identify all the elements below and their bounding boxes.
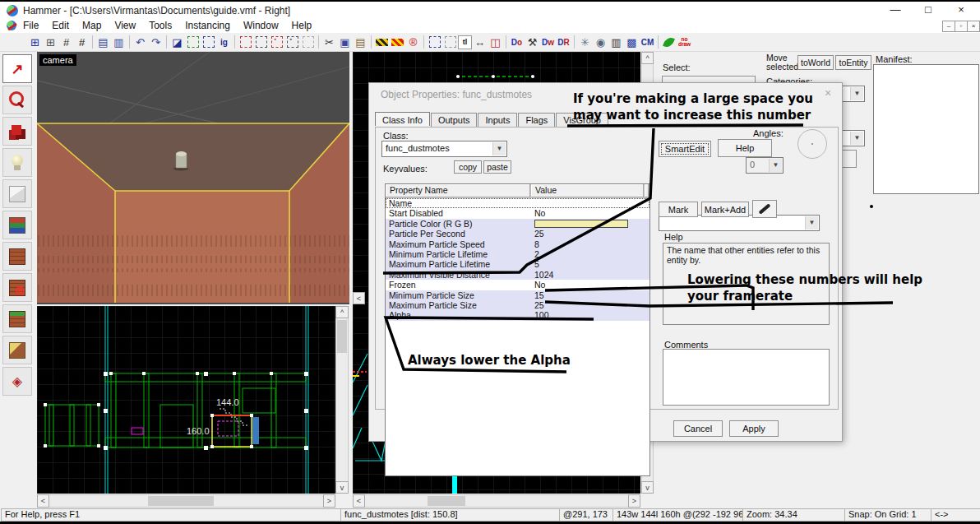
larger-grid-icon[interactable]: #	[74, 35, 90, 50]
color-swatch[interactable]	[534, 220, 628, 228]
ignore-groups-icon[interactable]: ig	[216, 35, 232, 50]
keyvalue-edit-dropdown[interactable]: ▼	[659, 215, 820, 231]
toggle-texture-tool[interactable]	[2, 211, 32, 239]
scroll-down-button[interactable]: v	[641, 481, 654, 494]
property-row-minimum-particle-lifetime[interactable]: Minimum Particle Lifetime2	[386, 249, 649, 259]
close-button[interactable]: ×	[945, 2, 977, 18]
2d-side-viewport[interactable]	[37, 306, 335, 494]
comments-box[interactable]	[663, 349, 830, 406]
angle-dial[interactable]	[797, 129, 827, 159]
decal-tool[interactable]	[2, 273, 32, 302]
scroll-up-button[interactable]: ^	[335, 306, 349, 318]
chevron-down-icon[interactable]: ▼	[492, 142, 506, 155]
camera-tool[interactable]	[2, 117, 32, 146]
cut-icon[interactable]: ✂	[321, 35, 337, 50]
display-wireframe-icon[interactable]: Dw	[540, 35, 556, 50]
toggle-selectby-icon[interactable]: ◪	[169, 35, 185, 50]
property-row-minimum-particle-size[interactable]: Minimum Particle Size15	[386, 290, 649, 300]
property-row-name[interactable]: Name	[386, 198, 649, 208]
nodraw-icon[interactable]: no draw	[677, 35, 692, 50]
property-row-particle-color-r-g-b-[interactable]: Particle Color (R G B)	[386, 219, 649, 229]
magnify-box-icon[interactable]	[442, 35, 458, 50]
tab-class-info[interactable]: Class Info	[375, 112, 430, 126]
display-render-icon[interactable]: DR	[556, 35, 571, 50]
property-row-maximum-visible-distance[interactable]: Maximum Visible Distance1024	[386, 270, 649, 280]
column-header-property[interactable]: Property Name	[386, 184, 531, 197]
carve-dark-icon[interactable]	[284, 35, 300, 50]
cancel-button[interactable]: Cancel	[673, 420, 723, 437]
menu-window[interactable]: Window	[237, 20, 285, 31]
paste-icon[interactable]: ▤	[353, 35, 368, 50]
smaller-grid-icon[interactable]: #	[58, 35, 74, 50]
chevron-down-ic n[interactable]: ▼	[769, 159, 782, 172]
3d-viewport[interactable]	[37, 52, 349, 304]
scroll-up-button[interactable]: ^	[641, 52, 654, 64]
dialog-close-icon[interactable]: ×	[820, 86, 836, 101]
group-dark-icon[interactable]	[253, 35, 269, 50]
clipping-tool[interactable]	[2, 336, 32, 364]
mark-button[interactable]: Mark	[659, 202, 698, 217]
scroll-thumb[interactable]	[337, 320, 347, 353]
to-entity-button[interactable]: toEntity	[835, 55, 871, 70]
horizontal-scrollbar[interactable]	[353, 494, 640, 508]
property-row-start-disabled[interactable]: Start DisabledNo	[386, 208, 649, 218]
menu-edit[interactable]: Edit	[45, 20, 76, 31]
cordon-icon[interactable]: CM	[640, 35, 655, 50]
scroll-thumb[interactable]	[428, 496, 465, 506]
group-cube-blue-icon[interactable]	[201, 35, 216, 50]
chevron-down-icon[interactable]: ▼	[805, 216, 818, 230]
apply-button[interactable]: Apply	[729, 420, 779, 437]
run-map-icon[interactable]: ®	[405, 35, 421, 50]
class-dropdown[interactable]: func_dustmotes ▼	[381, 141, 507, 157]
help-button[interactable]: Help	[718, 139, 772, 157]
property-row-alpha[interactable]: Alpha100	[386, 310, 649, 320]
apply-texture-tool[interactable]	[2, 242, 32, 271]
entity-tool[interactable]	[2, 148, 32, 177]
load-window-state-icon[interactable]: ▤	[95, 35, 111, 50]
smartedit-button[interactable]: SmartEdit	[659, 141, 711, 157]
vertex-tool[interactable]	[2, 367, 32, 396]
maximize-button[interactable]: □	[913, 2, 944, 18]
sphere-icon[interactable]: ◉	[593, 35, 608, 50]
minimize-button[interactable]: —	[880, 2, 911, 18]
scroll-left-button[interactable]: <	[353, 494, 365, 508]
property-row-maximum-particle-speed[interactable]: Maximum Particle Speed8	[386, 239, 649, 249]
save-window-state-icon[interactable]: ▥	[111, 35, 127, 50]
selection-tool[interactable]	[2, 54, 32, 83]
mdi-close-button[interactable]: ×	[967, 21, 980, 32]
magnify-tool[interactable]	[2, 86, 32, 114]
grid-3d-icon[interactable]: ⊞	[43, 35, 58, 50]
angles-dropdown[interactable]: 0 ▼	[746, 157, 784, 174]
mark-add-button[interactable]: Mark+Add	[701, 202, 749, 217]
display-opaque-icon[interactable]: Do	[509, 35, 525, 50]
chevron-down-icon[interactable]: ▼	[850, 87, 863, 100]
eyedropper-button[interactable]	[752, 200, 777, 218]
property-row-maximum-particle-lifetime[interactable]: Maximum Particle Lifetime5	[386, 259, 649, 269]
column-header-value[interactable]: Value	[531, 184, 645, 197]
block-tool[interactable]	[2, 179, 32, 208]
tab-flags[interactable]: Flags	[518, 113, 555, 127]
property-row-frozen[interactable]: FrozenNo	[386, 280, 649, 290]
scroll-right-button[interactable]: >	[628, 494, 640, 508]
overlay-tool[interactable]	[2, 304, 32, 333]
scale-width-icon[interactable]: ↔	[472, 35, 488, 50]
merge-gray-icon[interactable]	[300, 35, 316, 50]
tab-outputs[interactable]: Outputs	[431, 113, 478, 127]
scroll-down-button[interactable]: v	[335, 481, 349, 494]
snap-grid-icon[interactable]: ⊞	[27, 35, 43, 50]
property-row-particle-per-second[interactable]: Particle Per Second25	[386, 229, 649, 239]
cubes-icon[interactable]: ▩	[624, 35, 640, 50]
undo-icon[interactable]: ↶	[132, 35, 148, 50]
selection-box-icon[interactable]	[427, 35, 442, 50]
foliage-icon[interactable]	[661, 35, 677, 50]
hollow-red-icon[interactable]	[238, 35, 253, 50]
paste-button[interactable]: paste	[483, 160, 511, 174]
redo-icon[interactable]: ↷	[148, 35, 164, 50]
manifest-listbox[interactable]	[873, 64, 979, 194]
menu-tools[interactable]: Tools	[142, 20, 178, 31]
scroll-right-button[interactable]: >	[323, 494, 335, 508]
grid-window-icon[interactable]: ▥	[608, 35, 624, 50]
menu-map[interactable]: Map	[76, 20, 108, 31]
pointfile-icon[interactable]: ✳	[577, 35, 593, 50]
scroll-thumb[interactable]	[148, 496, 214, 506]
